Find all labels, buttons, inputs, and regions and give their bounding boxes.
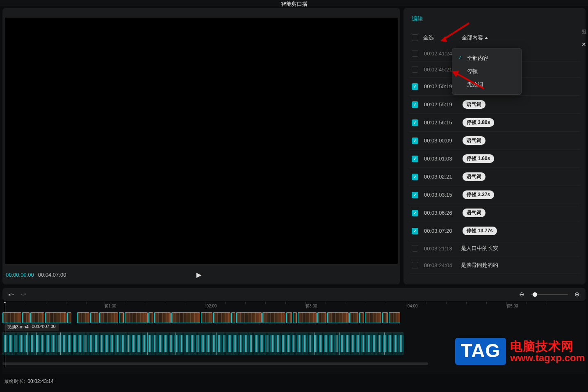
video-clip[interactable]: [327, 312, 349, 323]
waveform: [3, 332, 403, 355]
audio-track[interactable]: [2, 332, 403, 355]
row-badge: 语气词: [463, 209, 485, 217]
watermark-cn: 电脑技术网: [510, 340, 585, 353]
zoom-thumb[interactable]: [533, 292, 537, 297]
video-clip[interactable]: [389, 312, 400, 323]
video-clip[interactable]: [213, 312, 230, 323]
list-item[interactable]: 00:02:55:19 语气词: [409, 96, 580, 114]
row-badge: 停顿 3.37s: [463, 190, 494, 199]
row-checkbox[interactable]: [412, 210, 418, 216]
row-timestamp: 00:02:55:19: [424, 101, 457, 108]
video-clip[interactable]: [148, 312, 153, 323]
edit-sidebar: 编辑 全选 全部内容 全部内容 停顿 无效词 00:02:41:24 00:02…: [403, 8, 586, 284]
row-timestamp: 00:03:24:04: [424, 262, 457, 268]
zoom-slider[interactable]: [531, 294, 568, 295]
undo-button[interactable]: ⤺: [8, 290, 14, 299]
list-item[interactable]: 00:03:06:26 语气词: [409, 204, 580, 222]
select-all-label: 全选: [423, 34, 434, 41]
video-clip[interactable]: [359, 312, 364, 323]
list-item[interactable]: 00:03:00:09 语气词: [409, 132, 580, 150]
time-current: 00:00:00:00: [6, 272, 34, 278]
list-item[interactable]: 00:03:01:03 停顿 1.60s: [409, 150, 580, 168]
row-timestamp: 00:03:03:15: [424, 192, 457, 198]
row-checkbox[interactable]: [412, 101, 418, 108]
video-clip[interactable]: [67, 312, 71, 323]
ruler-label: |02:00: [205, 304, 217, 308]
clip-name: 视频3.mp4: [7, 324, 29, 330]
footer: 最终时长: 00:02:43:14: [0, 374, 588, 389]
dropdown-item-invalid[interactable]: 无效词: [452, 78, 521, 91]
list-item[interactable]: 00:02:56:15 停顿 3.80s: [409, 114, 580, 132]
list-item[interactable]: 00:03:07:20 停顿 13.77s: [409, 222, 580, 240]
dropdown-item-pause[interactable]: 停顿: [452, 65, 521, 78]
clip-duration: 00:04:07:00: [32, 324, 56, 330]
video-clip[interactable]: [99, 312, 118, 323]
video-clip[interactable]: [154, 312, 171, 323]
row-checkbox[interactable]: [412, 228, 418, 234]
row-timestamp: 00:03:07:20: [424, 228, 457, 234]
row-checkbox[interactable]: [412, 138, 418, 144]
ruler-label: |05:00: [507, 304, 518, 308]
zoom-out-button[interactable]: ⊖: [519, 291, 524, 298]
video-clip[interactable]: [317, 312, 326, 323]
list-item[interactable]: 00:03:24:04 是侠骨同赴的约: [409, 257, 580, 274]
row-checkbox[interactable]: [412, 174, 418, 180]
zoom-in-button[interactable]: ⊕: [574, 291, 580, 298]
video-clip[interactable]: [293, 312, 297, 323]
video-clip[interactable]: [30, 312, 44, 323]
video-clip[interactable]: [262, 312, 285, 323]
video-clip[interactable]: [349, 312, 358, 323]
video-clip[interactable]: [201, 312, 212, 323]
row-checkbox[interactable]: [412, 156, 418, 162]
row-checkbox[interactable]: [412, 262, 418, 268]
select-all-checkbox[interactable]: [412, 34, 418, 41]
video-clip[interactable]: [286, 312, 292, 323]
sidebar-title: 编辑: [412, 15, 580, 23]
play-button[interactable]: ▶: [194, 269, 204, 280]
video-clip[interactable]: [365, 312, 381, 323]
close-icon[interactable]: ✕: [581, 41, 586, 48]
dropdown-item-all[interactable]: 全部内容: [452, 52, 521, 65]
video-clip[interactable]: [382, 312, 388, 323]
scrollbar-thumb[interactable]: [2, 362, 428, 365]
row-timestamp: 00:03:06:26: [424, 210, 457, 216]
row-text: 是人口中的长安: [461, 245, 498, 252]
row-checkbox[interactable]: [412, 192, 418, 198]
playhead[interactable]: [5, 302, 5, 367]
video-clip[interactable]: [90, 312, 98, 323]
list-item[interactable]: 00:03:02:21 语气词: [409, 168, 580, 186]
row-timestamp: 00:03:21:13: [424, 245, 457, 252]
video-clip[interactable]: [236, 312, 262, 323]
video-clip[interactable]: [231, 312, 235, 323]
video-clip[interactable]: [22, 312, 30, 323]
redo-button[interactable]: ⤻: [21, 290, 26, 299]
video-clip[interactable]: [171, 312, 200, 323]
list-item[interactable]: 00:03:21:13 是人口中的长安: [409, 240, 580, 257]
list-item[interactable]: 00:03:03:15 停顿 3.37s: [409, 186, 580, 204]
filter-label: 全部内容: [462, 34, 483, 41]
final-duration-label: 最终时长:: [4, 378, 25, 385]
video-clip[interactable]: [298, 312, 317, 323]
window-title: 智能剪口播: [281, 0, 308, 8]
row-checkbox[interactable]: [412, 119, 418, 126]
clip-meta: 视频3.mp4 00:04:07:00: [4, 323, 59, 331]
side-glyph: 冠: [582, 29, 586, 35]
video-clip[interactable]: [45, 312, 66, 323]
filter-dropdown-trigger[interactable]: 全部内容: [462, 34, 488, 41]
watermark-url: www.tagxp.com: [510, 353, 585, 363]
video-track[interactable]: [2, 312, 586, 324]
time-ruler[interactable]: |01:00 |02:00 |03:00 |04:00 |05:00: [2, 302, 586, 311]
video-clip[interactable]: [77, 312, 89, 323]
ruler-label: |01:00: [105, 304, 116, 308]
ruler-label: |04:00: [406, 304, 418, 308]
video-clip[interactable]: [119, 312, 124, 323]
video-preview[interactable]: [5, 18, 398, 264]
video-clip[interactable]: [125, 312, 148, 323]
row-checkbox[interactable]: [412, 245, 418, 252]
row-checkbox[interactable]: [412, 50, 418, 57]
row-badge: 语气词: [463, 100, 485, 109]
row-checkbox[interactable]: [412, 66, 418, 73]
watermark-tag: TAG: [455, 338, 506, 365]
main-area: 00:00:00:00 00:04:07:00 ▶ 编辑 全选 全部内容 全部内…: [0, 6, 588, 284]
row-checkbox[interactable]: [412, 83, 418, 90]
